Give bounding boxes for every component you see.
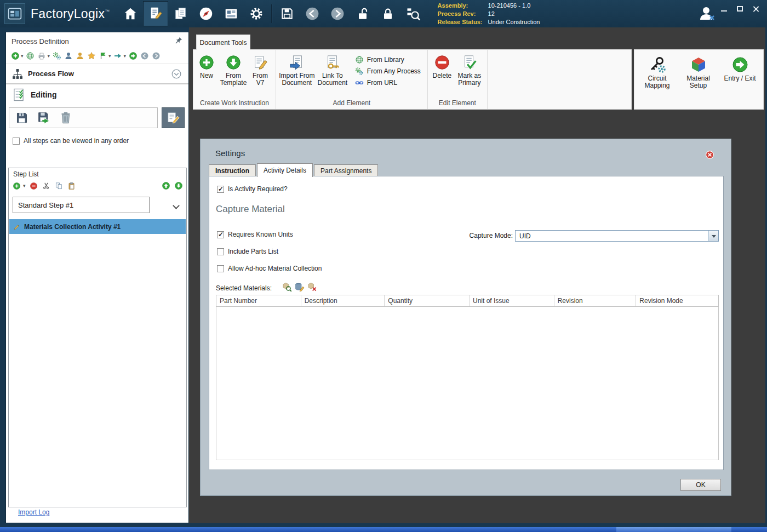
save-step-button[interactable]: [14, 110, 30, 126]
caret-down-icon[interactable]: ▾: [124, 53, 127, 59]
from-v7-button[interactable]: From V7: [249, 52, 271, 87]
move-down-icon[interactable]: [174, 181, 183, 191]
unlock-icon[interactable]: [350, 1, 375, 26]
from-library-button[interactable]: From Library: [355, 55, 421, 64]
import-from-document-button[interactable]: Import From Document: [278, 52, 316, 87]
requires-known-units-checkbox[interactable]: Requires Known Units: [217, 231, 293, 238]
add-icon[interactable]: [10, 51, 20, 60]
copy-icon[interactable]: [54, 181, 64, 191]
entry-exit-button[interactable]: Entry / Exit: [723, 53, 758, 109]
maximize-button[interactable]: [737, 6, 743, 12]
ribbon-group-create-work-instruction: New From Template From V7 Create Work In…: [193, 50, 276, 109]
add-step-icon[interactable]: [12, 181, 21, 191]
all-steps-checkbox[interactable]: All steps can be viewed in any order: [6, 130, 188, 149]
paste-icon[interactable]: [67, 181, 76, 191]
activate-icon[interactable]: [128, 51, 138, 60]
from-template-button[interactable]: From Template: [217, 52, 249, 87]
process-rev-label: Process Rev:: [438, 10, 485, 18]
minimize-button[interactable]: [721, 10, 727, 12]
print-icon[interactable]: [37, 51, 47, 60]
column-header[interactable]: Revision: [554, 295, 637, 306]
web-icon[interactable]: [26, 51, 35, 60]
move-up-icon[interactable]: [161, 181, 170, 191]
search-materials-icon[interactable]: [281, 281, 293, 293]
caret-down-icon[interactable]: ▾: [21, 53, 24, 59]
circuit-mapping-button[interactable]: Circuit Mapping: [640, 53, 674, 109]
process-flow-icon: [12, 68, 24, 80]
pin-icon[interactable]: [175, 36, 183, 44]
back-icon[interactable]: [300, 1, 325, 26]
documents-icon[interactable]: [168, 1, 193, 26]
edit-notes-button[interactable]: [162, 107, 185, 128]
close-window-button[interactable]: [753, 5, 759, 12]
transfer-icon[interactable]: [113, 51, 123, 60]
remove-materials-icon[interactable]: [306, 281, 318, 293]
release-status-label: Release Status:: [438, 19, 485, 26]
document-tools-tab[interactable]: Document Tools: [196, 35, 250, 50]
operator-icon[interactable]: [64, 51, 73, 60]
import-log-link[interactable]: Import Log: [18, 508, 49, 516]
remove-step-icon[interactable]: [29, 181, 38, 191]
column-header[interactable]: Revision Mode: [636, 295, 718, 306]
activity-list-item[interactable]: Materials Collection Activity #1: [9, 219, 186, 234]
close-icon[interactable]: [705, 150, 714, 159]
reports-icon[interactable]: [219, 1, 244, 26]
import-step-button[interactable]: [36, 110, 52, 126]
audit-search-icon[interactable]: [400, 1, 426, 26]
column-header[interactable]: Part Number: [216, 295, 301, 306]
from-url-button[interactable]: From URL: [355, 78, 421, 87]
tab-instruction[interactable]: Instruction: [209, 164, 256, 177]
link-to-document-button[interactable]: Link To Document: [316, 52, 350, 87]
navigator-icon[interactable]: [193, 1, 219, 26]
include-parts-list-checkbox[interactable]: Include Parts List: [217, 248, 278, 255]
column-header[interactable]: Unit of Issue: [470, 295, 554, 306]
editing-button-group: [9, 107, 158, 128]
mark-as-primary-button[interactable]: Mark as Primary: [454, 52, 485, 87]
from-v7-icon: [252, 54, 268, 71]
editing-row: Editing: [6, 83, 188, 105]
expand-circle-icon[interactable]: [171, 68, 182, 79]
step-list-title: Step List: [13, 170, 39, 178]
editing-label: Editing: [31, 90, 56, 99]
work-instruction-icon[interactable]: [143, 1, 168, 26]
edit-materials-icon[interactable]: [294, 281, 305, 293]
chevron-down-icon[interactable]: [708, 231, 718, 241]
allow-adhoc-checkbox[interactable]: Allow Ad-hoc Material Collection: [217, 265, 322, 272]
delete-element-button[interactable]: Delete: [430, 52, 454, 79]
settings-dialog: Settings Instruction Activity Details Pa…: [200, 139, 731, 496]
is-activity-required-checkbox[interactable]: Is Activity Required?: [217, 185, 288, 193]
step-selector[interactable]: Standard Step #1: [13, 197, 150, 213]
taskbar-window-button[interactable]: [616, 527, 731, 532]
gear-icon[interactable]: [244, 1, 269, 26]
user-icon[interactable]: [697, 4, 717, 24]
caret-down-icon[interactable]: ▾: [23, 183, 26, 188]
ok-button[interactable]: OK: [680, 479, 721, 491]
capture-mode-select[interactable]: UID: [515, 230, 719, 242]
capture-material-heading: Capture Material: [216, 204, 285, 215]
activity-label: Materials Collection Activity #1: [24, 223, 121, 231]
chevron-down-icon[interactable]: [173, 202, 180, 209]
lock-icon[interactable]: [375, 1, 400, 26]
quality-star-icon[interactable]: [87, 51, 96, 60]
delete-step-button[interactable]: [58, 110, 74, 126]
tab-activity-details[interactable]: Activity Details: [257, 163, 313, 177]
caret-down-icon[interactable]: ▾: [48, 53, 50, 59]
from-any-process-button[interactable]: From Any Process: [355, 67, 421, 76]
process-flow-row[interactable]: Process Flow: [6, 64, 188, 83]
caret-down-icon[interactable]: ▾: [108, 53, 111, 59]
history-forward-icon[interactable]: [151, 51, 161, 60]
column-header[interactable]: Quantity: [385, 295, 470, 306]
process-sync-icon[interactable]: [52, 51, 61, 60]
save-icon[interactable]: [274, 1, 300, 26]
forward-icon[interactable]: [325, 1, 350, 26]
new-button[interactable]: New: [196, 52, 217, 79]
deploy-flag-icon[interactable]: [98, 51, 107, 60]
certification-icon[interactable]: [75, 51, 84, 60]
home-icon[interactable]: [118, 1, 143, 26]
material-setup-button[interactable]: Material Setup: [683, 53, 714, 109]
column-header[interactable]: Description: [301, 295, 385, 306]
activity-details-content: Is Activity Required? Capture Material R…: [209, 176, 724, 470]
history-back-icon[interactable]: [140, 51, 149, 60]
cut-icon[interactable]: [42, 181, 51, 191]
tab-part-assignments[interactable]: Part Assignments: [314, 164, 378, 177]
